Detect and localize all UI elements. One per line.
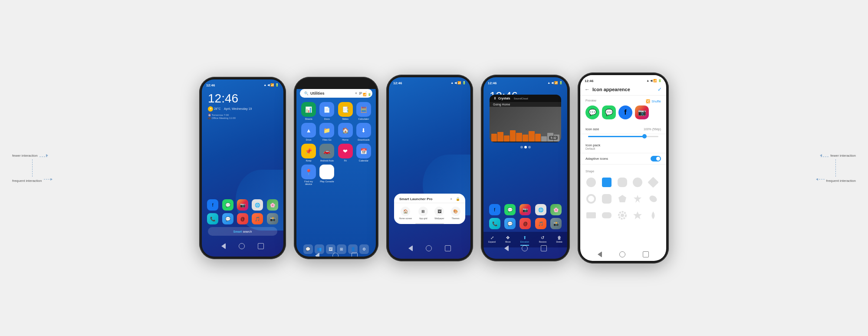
phone1-app-facebook[interactable]: f [207,199,218,211]
phone5-adaptive-toggle[interactable] [651,156,661,161]
phone5-shape-ring[interactable] [585,193,597,204]
right-fewer-label: fewer interaction [830,154,856,158]
phone5-shape-star2[interactable] [632,210,643,221]
phone5-preview-label: Preview [585,99,596,102]
phone3-action-appgrid[interactable]: ⊞ App grid [418,207,428,220]
phone5-shape-star[interactable] [632,193,643,204]
right-fewer-arrow-icon [820,153,829,158]
phone1-app-lotus[interactable]: 🌸 [267,199,278,211]
svg-marker-5 [820,154,822,157]
phone4-app-ig[interactable]: 📷 [519,204,531,215]
phone5-shape-pentagon[interactable] [617,193,628,204]
phone1-app-messages[interactable]: 💬 [222,213,233,224]
phone1-app-camera[interactable]: 📸 [267,213,278,224]
phone1-nav-home[interactable] [239,243,245,249]
phone4-app-wa[interactable]: 💬 [504,204,516,215]
phone5-shape-sq-rounded2[interactable] [601,193,612,204]
phone3-popup-lock[interactable]: 🔒 [456,197,460,201]
screen4-bg: 12:46 ▲ ◀ 📶 🔋 12:46 ☀ 28°C April, Wednes… [483,77,567,259]
phone5-preview-section: Preview 🔀 Shuffle 💬 💬 f 📷 [580,96,666,125]
phone1-app-email[interactable]: @ [237,213,248,224]
phone2-nav-back[interactable] [315,253,319,257]
phone2-app-calc[interactable]: 🧮 Calculator [356,102,372,120]
phone4-app-maps[interactable]: 🌐 [535,204,546,215]
phone1-app-whatsapp[interactable]: 💬 [222,199,233,211]
phone4-app-fb[interactable]: f [489,204,500,215]
phone5-check-icon[interactable]: ✓ [658,86,662,92]
phone5-shape-rect[interactable] [585,210,597,221]
phone5-shape-squircle[interactable] [617,177,628,188]
phone3-nav-home[interactable] [426,245,432,251]
svg-marker-9 [634,195,641,203]
phone5-back-icon[interactable]: ← [585,86,590,92]
phone2-app-playconsole[interactable]: ▶ Play Console [319,165,335,185]
phone1-date: ☀ 28°C April, Wednesday 19 [202,106,283,112]
phone2-nav-home[interactable] [332,253,339,257]
svg-marker-7 [816,178,818,181]
right-frequent-label: frequent interaction [826,179,856,183]
phone1-nav-back[interactable] [221,243,226,249]
phone-5-screen: 12:46 ▲ ◀ 📶 🔋 ← Icon appearence ✓ Previe… [580,75,666,261]
phone1-app-maps[interactable]: 🌐 [252,199,263,211]
phone2-app-sheets[interactable]: 📊 Sheets [301,102,316,120]
phone3-popup-add[interactable]: + [450,197,452,201]
phone1-searchbar[interactable]: Smart search [208,227,277,236]
phone2-app-keep[interactable]: 📌 Keep [301,144,316,162]
phone2-app-docs[interactable]: 📄 Docs [319,102,335,120]
phone3-action-home[interactable]: 🏠 Home screen [399,207,412,220]
phone5-size-slider[interactable] [588,136,658,137]
phone4-app-cam[interactable]: 📸 [550,218,562,229]
left-frequent-label: frequent interaction [12,179,42,183]
phone5-shape-circle[interactable] [585,177,597,188]
phone1-nav-recent[interactable] [258,243,264,249]
phone2-app-fit[interactable]: ❤ Fit [338,144,353,162]
phone4-app-music[interactable]: 🎵 [535,218,546,229]
phone4-media-card[interactable]: ⏸ Crystals SoundCloud Going Home [490,95,561,142]
phone1-app-music[interactable]: 🎵 [252,213,263,224]
phone5-nav-recent[interactable] [643,251,649,257]
scene: 12:46 ▲ ◀ 📶 🔋 12:46 ☀ 28°C April, Wednes… [182,64,686,272]
phone4-app-msg[interactable]: 💬 [504,218,516,229]
phone1-app-phone[interactable]: 📞 [207,213,218,224]
phone2-app-drive[interactable]: ▲ Drive [301,123,316,141]
phone3-action-wallpaper[interactable]: 🖼 Wallpaper [434,207,444,220]
right-annotation: fewer interaction frequent interaction [816,153,856,183]
phone2-app-home[interactable]: 🏠 Home [338,123,353,141]
phone5-shape-drop[interactable] [648,210,659,221]
phone2-app-filesgo[interactable]: 📁 Files Go [319,123,335,141]
phone2-nav [296,250,376,257]
phone2-app-findmy[interactable]: 📍 Find my device [301,165,316,185]
phone3-time: 12:46 [393,81,402,85]
phone2-app-androidauto[interactable]: 🚗 Android Auto [319,144,335,162]
phone5-shape-rect-rounded[interactable] [601,210,612,221]
phone-3-screen: 12:46 ▲ ◀ 📶 🔋 Smart Launcher Pro + 🔒 [389,77,470,259]
phone4-nav-back[interactable] [504,245,509,251]
phone2-app-downloads[interactable]: ⬇ Downloads [356,123,372,141]
phone1-nav [202,240,283,252]
phone5-shuffle-btn[interactable]: 🔀 Shuffle [646,99,661,103]
phone3-nav-recent[interactable] [445,245,451,251]
phone4-card-duration: 5:32 [549,136,558,140]
phone1-app-instagram[interactable]: 📷 [237,199,248,211]
phone5-shape-blob[interactable] [648,193,659,204]
phone5-size-value: 100% (56dp) [644,128,661,131]
phone4-app-lotus[interactable]: 🌸 [550,204,562,215]
phone4-app-phone[interactable]: 📞 [489,218,500,229]
phone1-apps-row2: 📞 💬 @ 🎵 📸 [205,213,280,224]
phone4-app-at[interactable]: @ [519,218,531,229]
phone2-nav-recent[interactable] [352,253,358,257]
phone5-nav-home[interactable] [619,251,625,257]
phone2-app-slides[interactable]: 📑 Slides [338,102,353,120]
phone3-action-themes[interactable]: 🎨 Themes [451,207,460,220]
phone5-shape-gear[interactable] [617,210,628,221]
phone5-nav-back[interactable] [598,251,602,257]
phone5-shape-square-selected[interactable] [601,177,612,188]
phone4-nav-recent[interactable] [541,245,547,251]
phone2-app-calendar[interactable]: 📅 Calendar [356,144,372,162]
phone5-shape-rounded[interactable] [632,177,643,188]
phone5-pack-row: Icon pack Default [580,141,666,153]
phone4-nav-home[interactable] [522,245,528,251]
phone5-shape-diamond[interactable] [648,177,659,188]
phone3-nav-back[interactable] [408,245,413,251]
svg-marker-8 [618,195,626,202]
